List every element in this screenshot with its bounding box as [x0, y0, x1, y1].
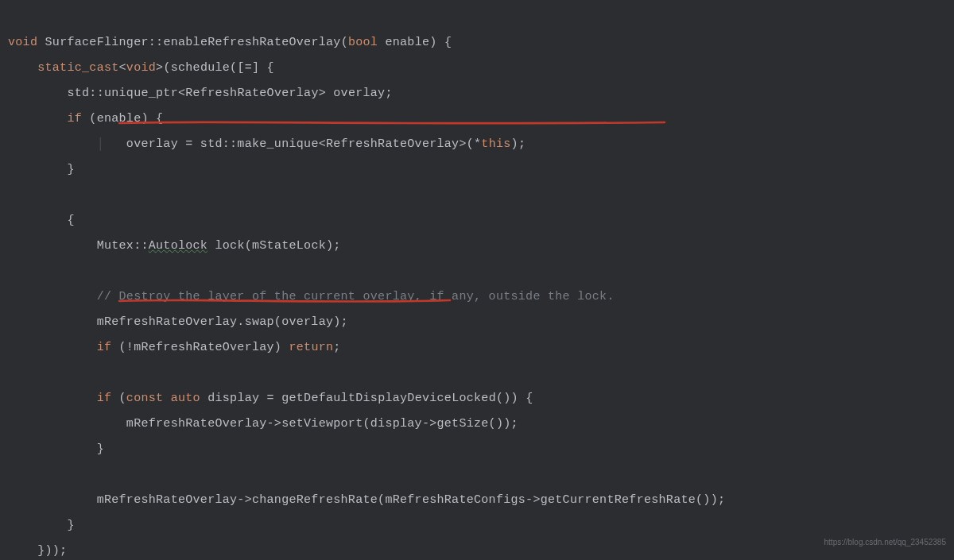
- rest: > overlay;: [319, 87, 393, 100]
- indent: [8, 61, 37, 75]
- keyword-static-cast: static_cast: [37, 61, 118, 75]
- keyword-auto: auto: [171, 392, 200, 405]
- watermark: https://blog.csdn.net/qq_23452385: [824, 530, 946, 555]
- std-uniqueptr: std::unique_ptr: [67, 87, 178, 100]
- type-mutex: Mutex: [97, 239, 134, 253]
- indent: [8, 417, 126, 431]
- setviewport: mRefreshRateOverlay->setViewport(display…: [126, 417, 518, 431]
- scope-op: ::: [149, 36, 164, 49]
- indent: [8, 163, 67, 176]
- indent: [8, 137, 97, 151]
- indent-guide: │: [97, 137, 126, 151]
- indent: [8, 544, 37, 558]
- comment: // Destroy the layer of the current over…: [97, 290, 615, 303]
- lhs: overlay = std::make_unique: [126, 137, 319, 151]
- rest: lock(mStateLock);: [207, 239, 340, 253]
- changerefreshrate: mRefreshRateOverlay->changeRefreshRate(m…: [97, 493, 726, 507]
- cond: (!mRefreshRateOverlay): [111, 341, 289, 354]
- keyword-this: this: [481, 137, 510, 151]
- indent: [8, 392, 97, 405]
- keyword-return: return: [289, 341, 333, 354]
- rest: display = getDefaultDisplayDeviceLocked(…: [200, 392, 533, 405]
- brace-close: }: [67, 163, 74, 176]
- indent: [8, 315, 97, 329]
- indent: [8, 112, 67, 126]
- rest: >(schedule([=] {: [156, 61, 274, 75]
- code-block: void SurfaceFlinger::enableRefreshRateOv…: [8, 5, 946, 560]
- semi: ;: [333, 341, 340, 354]
- swap-call: mRefreshRateOverlay.swap(overlay);: [97, 315, 348, 329]
- brace-close: }: [97, 442, 104, 456]
- tpl-open: <: [119, 61, 126, 75]
- indent: [8, 290, 97, 303]
- brace-close: }: [67, 519, 74, 532]
- keyword-bool: bool: [348, 36, 378, 49]
- star: *: [474, 137, 481, 151]
- type: RefreshRateOverlay: [185, 87, 318, 100]
- tpl-open: <: [178, 87, 185, 100]
- keyword-if: if: [67, 112, 82, 126]
- type: RefreshRateOverlay: [326, 137, 459, 151]
- paren-close-brace: ) {: [429, 36, 452, 49]
- paren: (: [341, 36, 348, 49]
- keyword-if: if: [97, 341, 112, 354]
- indent: [8, 239, 97, 253]
- indent: [8, 442, 97, 456]
- tpl-open: <: [319, 137, 326, 151]
- tpl-close-paren: >(: [459, 137, 474, 151]
- fn-name: enableRefreshRateOverlay: [163, 36, 340, 49]
- cond: (enable) {: [82, 112, 163, 126]
- indent: [8, 214, 67, 227]
- keyword-void: void: [8, 36, 37, 49]
- keyword-const: const: [126, 392, 164, 405]
- autolock: Autolock: [149, 239, 207, 253]
- brace-open: {: [67, 214, 74, 227]
- close-lambda: }));: [37, 544, 67, 558]
- scope-op: ::: [134, 239, 149, 253]
- indent: [8, 87, 67, 100]
- param: enable: [385, 36, 429, 49]
- indent: [8, 519, 67, 532]
- end: );: [511, 137, 526, 151]
- class-name: SurfaceFlinger: [45, 36, 149, 49]
- paren: (: [111, 392, 126, 405]
- type-void: void: [126, 61, 156, 75]
- indent: [8, 341, 97, 354]
- indent: [8, 493, 97, 507]
- keyword-if: if: [97, 392, 112, 405]
